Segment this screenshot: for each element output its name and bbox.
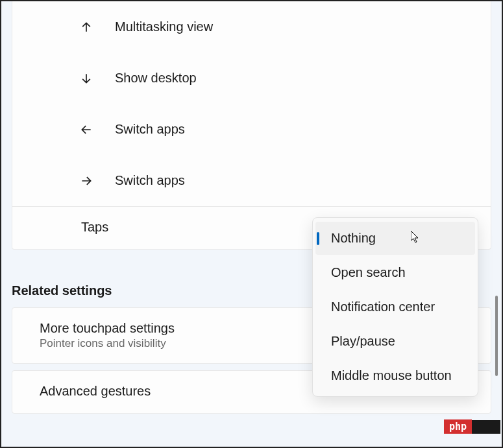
gesture-multitasking-view[interactable]: Multitasking view [12,1,491,53]
dropdown-item-middle-mouse[interactable]: Middle mouse button [315,359,475,392]
php-badge-text: php [444,419,472,434]
arrow-down-icon [79,71,94,86]
taps-label: Taps [81,220,108,235]
gesture-switch-apps-right[interactable]: Switch apps [12,155,491,206]
gesture-switch-apps-left[interactable]: Switch apps [12,104,491,155]
scrollbar-thumb[interactable] [495,296,498,376]
dropdown-item-label: Notification center [331,300,435,314]
dropdown-item-label: Open search [331,265,406,279]
php-badge-dark [472,420,500,434]
dropdown-item-label: Play/pause [331,334,395,348]
taps-dropdown: Nothing Open search Notification center … [312,217,478,397]
php-watermark: php [444,419,500,434]
dropdown-item-play-pause[interactable]: Play/pause [315,325,475,358]
dropdown-item-notification-center[interactable]: Notification center [315,290,475,324]
dropdown-item-open-search[interactable]: Open search [315,256,475,289]
gesture-label: Show desktop [115,71,197,86]
gesture-list: Multitasking view Show desktop Switch ap… [12,1,491,250]
scrollbar[interactable] [494,1,498,447]
arrow-right-icon [79,173,94,189]
dropdown-item-nothing[interactable]: Nothing [315,222,475,255]
gesture-label: Multitasking view [115,19,213,34]
gesture-show-desktop[interactable]: Show desktop [12,53,491,104]
arrow-left-icon [79,122,94,137]
gesture-label: Switch apps [115,173,185,188]
dropdown-item-label: Middle mouse button [331,368,452,383]
dropdown-item-label: Nothing [331,231,376,245]
gesture-label: Switch apps [115,122,185,137]
arrow-up-icon [79,19,94,35]
